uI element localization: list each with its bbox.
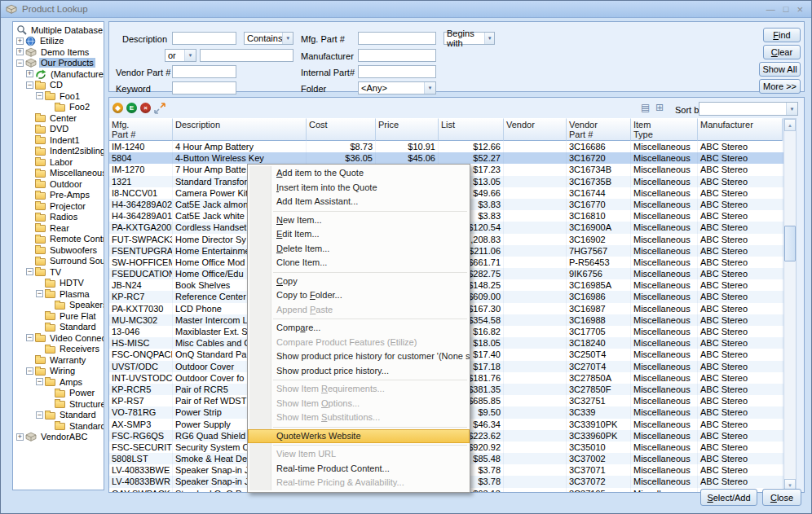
tree-item-surround-sound[interactable]: Surround Sound	[13, 256, 104, 267]
tree-item-dvd[interactable]: DVD	[13, 124, 104, 135]
menu-item-edit-item[interactable]: Edit Item...	[248, 227, 470, 242]
tree-item-wiring[interactable]: −Wiring	[13, 366, 104, 377]
close-button[interactable]: ×	[797, 5, 803, 14]
sort-by-select[interactable]: ▼	[699, 102, 798, 116]
internal-part-input[interactable]	[358, 65, 436, 78]
close-button[interactable]: Close	[762, 489, 801, 506]
tree-item-center[interactable]: Center	[13, 112, 104, 124]
menu-item-delete-item[interactable]: Delete Item...	[248, 242, 470, 257]
manufacturer-input[interactable]	[358, 49, 436, 62]
expand-results-icon[interactable]	[154, 103, 165, 114]
menu-item-copy[interactable]: Copy	[248, 275, 470, 289]
menu-item-add-item-assistant[interactable]: Add Item Assistant...	[248, 195, 470, 209]
tree-item-hdtv[interactable]: HDTV	[13, 278, 104, 289]
mfg-part-input[interactable]	[358, 32, 436, 45]
menu-item-compare[interactable]: Compare...	[248, 321, 470, 336]
menu-item-clone-item[interactable]: Clone Item...	[248, 256, 470, 270]
tree-item-indent2sibling[interactable]: Indent2sibling	[13, 146, 104, 157]
boolean-operator-select[interactable]: or▼	[165, 49, 196, 62]
scroll-up-icon[interactable]: ▲	[784, 119, 796, 131]
tree-expander-plus-icon[interactable]: +	[16, 37, 24, 45]
tree-item-warranty[interactable]: Warranty	[13, 354, 104, 366]
tree-item-power[interactable]: Power	[13, 388, 104, 399]
tree-item-demo-items[interactable]: +Demo Items	[13, 46, 104, 58]
minimize-button[interactable]: —	[766, 5, 775, 14]
special-item-icon[interactable]: ◆	[113, 103, 123, 113]
tree-item-plasma[interactable]: −Plasma	[13, 288, 104, 300]
tree-item-manufacturers[interactable]: +(Manufacturers)	[13, 68, 104, 80]
find-button[interactable]: Find	[763, 28, 801, 42]
show-all-button[interactable]: Show All	[759, 62, 801, 77]
tree-item-structured-wiring[interactable]: Structured Wiring	[13, 398, 104, 410]
scrollbar-thumb[interactable]	[784, 226, 796, 261]
tree-item-standard[interactable]: Standard	[13, 420, 104, 432]
tree-item-multiple-database-search[interactable]: Multiple Database Search	[13, 24, 104, 36]
description-input[interactable]	[172, 32, 236, 45]
tree-item-miscellaneous[interactable]: Miscellaneous	[13, 168, 104, 179]
clear-button[interactable]: Clear	[763, 45, 801, 59]
table-row[interactable]: 58044-Button Wireless Key$36.05$45.06$52…	[109, 152, 783, 164]
tree-expander-minus-icon[interactable]: −	[36, 411, 43, 419]
column-header-list[interactable]: List	[439, 118, 504, 141]
second-description-input[interactable]	[200, 49, 293, 62]
table-row[interactable]: IM-12404 Hour Amp Battery$8.73$10.91$12.…	[109, 141, 783, 152]
tree-item-receivers[interactable]: Receivers	[13, 344, 104, 355]
tree-item-radios[interactable]: Radios	[13, 212, 104, 223]
menu-item-add-item-to-the-quote[interactable]: Add item to the Quote	[248, 166, 470, 181]
tree-expander-minus-icon[interactable]: −	[26, 367, 33, 375]
tree-item-pure-flat[interactable]: Pure Flat	[13, 310, 104, 322]
menu-item-new-item[interactable]: New Item...	[248, 213, 470, 228]
tree-item-projector[interactable]: Projector	[13, 200, 104, 212]
menu-item-real-time-product-content[interactable]: Real-time Product Content...	[248, 462, 470, 477]
vendor-part-input[interactable]	[172, 65, 236, 78]
mfg-part-operator-select[interactable]: Begins with▼	[444, 32, 495, 45]
tree-expander-plus-icon[interactable]: +	[26, 70, 33, 77]
tree-item-standard[interactable]: Standard	[13, 322, 104, 333]
menu-item-copy-to-folder[interactable]: Copy to Folder...	[248, 288, 470, 303]
more-button[interactable]: More >>	[759, 79, 801, 94]
tree-item-pre-amps[interactable]: Pre-Amps	[13, 190, 104, 201]
tree-expander-minus-icon[interactable]: −	[36, 290, 43, 297]
tree-item-foo1[interactable]: −Foo1	[13, 90, 104, 102]
tree-item-video-connections[interactable]: −Video Connections	[13, 332, 104, 344]
column-select-icon[interactable]: ▤	[641, 103, 650, 113]
tree-item-cd[interactable]: −CD	[13, 80, 104, 91]
column-header-description[interactable]: Description	[173, 118, 307, 141]
folder-select[interactable]: <Any>▼	[358, 81, 436, 94]
tree-item-labor[interactable]: Labor	[13, 156, 104, 168]
tree-item-etilize[interactable]: +Etilize	[13, 36, 104, 47]
title-bar[interactable]: Product Lookup —□×	[1, 1, 811, 18]
column-header-mfg-part[interactable]: Mfg. Part #	[109, 118, 173, 141]
maximize-button[interactable]: □	[783, 5, 789, 14]
tree-expander-minus-icon[interactable]: −	[26, 268, 33, 275]
column-header-manufacturer[interactable]: Manufacturer	[698, 118, 783, 141]
description-operator-select[interactable]: Contains▼	[244, 32, 293, 45]
tree-expander-plus-icon[interactable]: +	[16, 433, 24, 441]
tree-expander-minus-icon[interactable]: −	[36, 92, 43, 99]
tree-expander-minus-icon[interactable]: −	[26, 334, 33, 341]
exclude-item-icon[interactable]: ×	[140, 103, 151, 113]
column-header-price[interactable]: Price	[376, 118, 439, 141]
tree-item-outdoor[interactable]: Outdoor	[13, 178, 104, 190]
tree-expander-minus-icon[interactable]: −	[16, 59, 24, 67]
tree-expander-plus-icon[interactable]: +	[16, 48, 24, 55]
tree-item-indent1[interactable]: Indent1	[13, 134, 104, 146]
menu-item-show-product-price-history-for-customer-none-selected[interactable]: Show product price history for customer …	[248, 349, 470, 364]
column-add-icon[interactable]: ⊞	[655, 103, 664, 113]
menu-item-show-product-price-history[interactable]: Show product price history...	[248, 364, 470, 379]
menu-item-quotewerks-website[interactable]: QuoteWerks Website	[248, 429, 470, 444]
column-header-cost[interactable]: Cost	[307, 118, 376, 141]
tree-item-speakers[interactable]: Speakers	[13, 300, 104, 311]
tree-item-rear[interactable]: Rear	[13, 222, 104, 234]
column-header-vendor-part[interactable]: Vendor Part #	[567, 118, 631, 141]
tree-item-vendorabc[interactable]: +VendorABC	[13, 432, 104, 443]
tree-item-tv[interactable]: −TV	[13, 266, 104, 278]
tree-expander-minus-icon[interactable]: −	[26, 81, 33, 89]
tree-item-foo2[interactable]: Foo2	[13, 102, 104, 113]
tree-item-standard[interactable]: −Standard	[13, 410, 104, 421]
column-header-item-type[interactable]: Item Type	[631, 118, 698, 141]
tree-item-our-products[interactable]: −Our Products	[13, 58, 104, 69]
keyword-input[interactable]	[172, 81, 236, 94]
tree-item-subwoofers[interactable]: Subwoofers	[13, 244, 104, 256]
tree-expander-minus-icon[interactable]: −	[36, 378, 43, 385]
